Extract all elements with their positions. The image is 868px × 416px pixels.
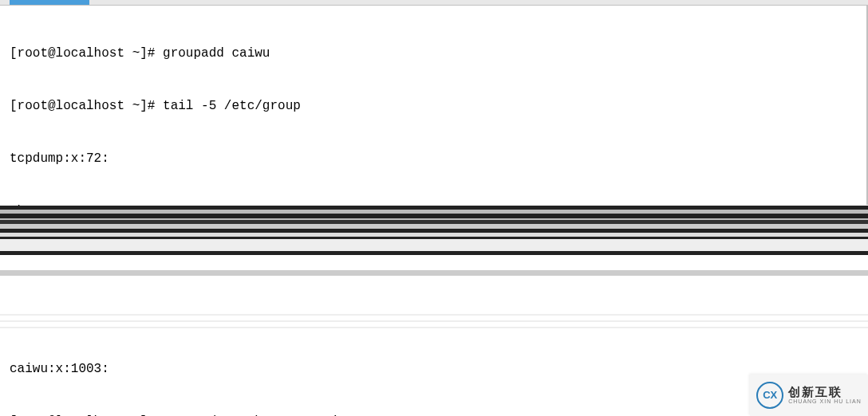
watermark-text: 创新互联 CHUANG XIN HU LIAN — [788, 386, 862, 405]
output-line: caiwu:x:1003: — [10, 360, 858, 378]
watermark: CX 创新互联 CHUANG XIN HU LIAN — [750, 375, 868, 416]
tab-bar — [0, 0, 868, 6]
output-line: tcpdump:x:72: — [10, 150, 858, 167]
command: tail -5 /etc/group — [163, 99, 301, 113]
cmd-line: [root@localhost ~]# groupadd caiwu — [10, 45, 858, 62]
active-tab[interactable] — [10, 0, 89, 5]
cmd-line: [root@localhost ~]# tail -5 /etc/group — [10, 97, 858, 115]
rendering-artifact — [0, 309, 868, 333]
watermark-logo-icon: CX — [756, 382, 783, 409]
watermark-name-cn: 创新互联 — [788, 386, 862, 399]
watermark-name-en: CHUANG XIN HU LIAN — [788, 398, 862, 405]
logo-text: CX — [763, 387, 777, 404]
command: groupadd caiwu — [163, 46, 270, 61]
cmd-line: [root@localhost ~]# gpasswd -a zhangsan … — [10, 413, 858, 416]
prompt: [root@localhost ~]# — [10, 99, 163, 113]
rendering-artifact — [0, 206, 868, 309]
prompt: [root@localhost ~]# — [10, 46, 163, 61]
